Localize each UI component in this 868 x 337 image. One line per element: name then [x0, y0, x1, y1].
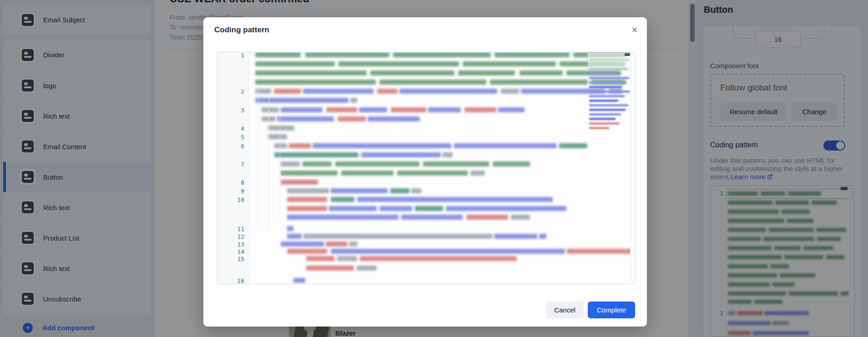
- code-line-row: [293, 278, 305, 283]
- code-line-row: [262, 116, 420, 121]
- line-number: 11: [237, 226, 244, 232]
- line-number: 10: [237, 196, 244, 203]
- indent-guide: [258, 85, 258, 230]
- code-line-row: [287, 188, 421, 193]
- editor-scrollbar-track[interactable]: [630, 52, 635, 284]
- minimap-row: [589, 81, 626, 84]
- modal-title: Coding pattern: [214, 25, 269, 35]
- code-line-row: [268, 126, 294, 131]
- indent-guide: [280, 112, 280, 223]
- code-line-row: [274, 143, 587, 148]
- code-line-row: [287, 197, 553, 202]
- code-line-row: [255, 80, 626, 85]
- minimap-row: [589, 77, 629, 79]
- code-line-row: [255, 52, 626, 57]
- code-editor[interactable]: 12345678910111213141516: [217, 52, 636, 284]
- line-number: 3: [241, 107, 244, 114]
- code-line-row: [255, 98, 357, 103]
- code-line-row: [281, 161, 530, 166]
- minimap-row: [589, 86, 622, 88]
- code-line-row: [287, 206, 566, 211]
- minimap-row: [589, 109, 626, 111]
- minimap-row: [589, 100, 618, 102]
- line-number: 16: [237, 277, 244, 284]
- line-number: 1: [241, 52, 244, 59]
- close-icon[interactable]: ×: [626, 22, 643, 38]
- minimap-row: [589, 95, 625, 97]
- code-line-row: [255, 89, 622, 94]
- code-line-row: [268, 134, 287, 139]
- minimap-row: [589, 122, 619, 125]
- line-number: 8: [241, 179, 244, 186]
- code-line-row: [306, 266, 377, 271]
- coding-pattern-modal: Coding pattern × 12345678910111213141516…: [203, 17, 647, 327]
- line-number: 4: [241, 125, 244, 132]
- code-line-row: [255, 70, 621, 75]
- editor-minimap[interactable]: [588, 52, 631, 189]
- cancel-button[interactable]: Cancel: [546, 302, 584, 318]
- line-number: 14: [237, 248, 244, 255]
- code-line-row: [281, 171, 485, 176]
- minimap-row: [589, 118, 616, 120]
- line-number: 12: [237, 233, 244, 240]
- code-line-row: [281, 241, 358, 246]
- minimap-row: [589, 104, 628, 106]
- code-line-row: [287, 234, 546, 239]
- line-number: 13: [237, 241, 244, 248]
- editor-gutter: 12345678910111213141516: [217, 52, 249, 284]
- code-line-row: [306, 256, 517, 261]
- line-number: 9: [241, 188, 244, 195]
- minimap-row: [589, 72, 619, 75]
- code-line-row: [262, 107, 525, 112]
- code-line-row: [287, 226, 293, 231]
- minimap-row: [589, 127, 609, 129]
- code-line-row: [287, 215, 530, 220]
- indent-guide: [269, 94, 269, 230]
- app-window: Email Subject DividerlogoRich textEmail …: [0, 0, 868, 337]
- code-line-row: [274, 152, 453, 157]
- code-line-row: [255, 61, 626, 66]
- code-line-row: [287, 249, 636, 254]
- line-number: 6: [241, 143, 244, 150]
- minimap-row: [589, 113, 621, 116]
- line-number: 5: [241, 134, 244, 141]
- code-line-row: [281, 180, 318, 185]
- minimap-row: [589, 91, 630, 93]
- line-number: 7: [241, 161, 244, 168]
- line-number: 2: [241, 88, 244, 95]
- line-number: 15: [237, 256, 244, 262]
- complete-button[interactable]: Complete: [588, 302, 635, 318]
